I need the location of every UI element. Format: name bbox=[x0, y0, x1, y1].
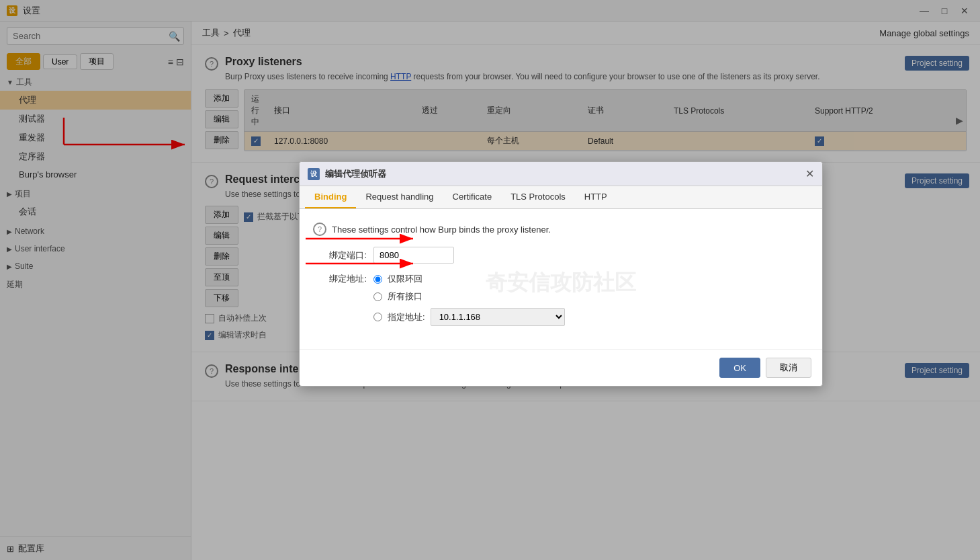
modal-tab-request-handling[interactable]: Request handling bbox=[356, 186, 443, 208]
edit-proxy-listener-modal: 设 编辑代理侦听器 ✕ Binding Request handling Cer… bbox=[299, 161, 823, 387]
modal-info-row: ? These settings control how Burp binds … bbox=[313, 223, 809, 236]
modal-tab-binding[interactable]: Binding bbox=[305, 186, 356, 208]
modal-body: ? These settings control how Burp binds … bbox=[300, 209, 822, 349]
modal-overlay[interactable]: 设 编辑代理侦听器 ✕ Binding Request handling Cer… bbox=[0, 0, 980, 560]
bind-port-label: 绑定端口: bbox=[313, 249, 367, 262]
specific-address-dropdown[interactable]: 10.1.1.168 bbox=[431, 308, 565, 326]
all-interfaces-radio[interactable] bbox=[373, 292, 382, 301]
specific-address-label: 指定地址: bbox=[388, 311, 425, 323]
modal-info-icon: ? bbox=[313, 223, 326, 236]
loopback-label: 仅限环回 bbox=[388, 273, 422, 285]
modal-app-icon: 设 bbox=[308, 168, 320, 180]
radio-loopback-row: 仅限环回 bbox=[373, 273, 565, 285]
modal-tab-tls[interactable]: TLS Protocols bbox=[501, 186, 575, 208]
bind-port-input[interactable] bbox=[373, 247, 454, 264]
cancel-button[interactable]: 取消 bbox=[766, 358, 811, 378]
ok-button[interactable]: OK bbox=[719, 358, 760, 378]
bind-address-row: 绑定地址: 仅限环回 所有接口 指定地址: 10.1.1.168 bbox=[313, 273, 809, 326]
modal-tab-http[interactable]: HTTP bbox=[575, 186, 617, 208]
modal-tabs: Binding Request handling Certificate TLS… bbox=[300, 186, 822, 209]
loopback-radio[interactable] bbox=[373, 275, 382, 284]
all-interfaces-label: 所有接口 bbox=[388, 290, 422, 303]
bind-address-options: 仅限环回 所有接口 指定地址: 10.1.1.168 bbox=[373, 273, 565, 326]
modal-footer: OK 取消 bbox=[300, 349, 822, 386]
modal-tab-certificate[interactable]: Certificate bbox=[443, 186, 502, 208]
specific-address-radio[interactable] bbox=[373, 313, 382, 321]
bind-port-row: 绑定端口: bbox=[313, 247, 809, 264]
radio-specific-row: 指定地址: 10.1.1.168 bbox=[373, 308, 565, 326]
modal-close-button[interactable]: ✕ bbox=[805, 167, 814, 180]
radio-all-row: 所有接口 bbox=[373, 290, 565, 303]
bind-address-label: 绑定地址: bbox=[313, 273, 367, 285]
modal-titlebar: 设 编辑代理侦听器 ✕ bbox=[300, 162, 822, 186]
modal-title: 编辑代理侦听器 bbox=[325, 168, 805, 180]
modal-info-text: These settings control how Burp binds th… bbox=[332, 225, 551, 235]
